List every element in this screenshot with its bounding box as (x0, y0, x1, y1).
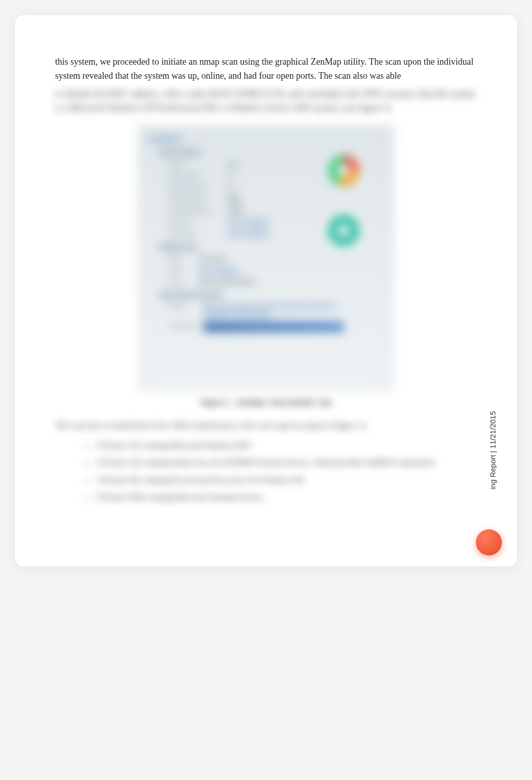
address-value: 10.1.0.10 (198, 255, 225, 262)
bullet-marker: a (85, 473, 89, 488)
os-row: Accuracy: (168, 322, 383, 332)
bullet-text: TCP port 3306, running Microsoft Termina… (97, 490, 263, 505)
status-row: Filtered ports:0 (168, 183, 383, 191)
bullet-text: TCP port 445, running the microsoft-ds s… (97, 473, 304, 488)
body-paragraph-blurred: to identify the MAC address, with a valu… (55, 87, 477, 115)
status-value: 996 (228, 195, 239, 203)
address-row: MAC:00:0C:29:88:C6:33 (168, 278, 383, 285)
status-label: Scanned ports: (168, 207, 228, 214)
bullet-list: aTCP port 135, running Microsoft Windows… (85, 438, 477, 505)
bullet-text: TCP port 139, running netbios-ssn, the N… (97, 455, 434, 470)
address-value: Not available (198, 266, 238, 274)
address-label: MAC: (168, 278, 198, 285)
status-label: Up time: (168, 218, 228, 226)
status-value: up (228, 160, 236, 168)
status-value: 1000 (228, 207, 243, 214)
status-label: Last boot: (168, 230, 228, 237)
status-value: Not available (228, 230, 269, 237)
status-label: Closed ports: (168, 195, 228, 203)
list-item: aTCP port 3306, running Microsoft Termin… (85, 490, 477, 505)
status-label: Filtered ports: (168, 183, 228, 191)
bullet-marker: a (85, 490, 89, 505)
status-row: Scanned ports:1000 (168, 207, 383, 214)
address-label: IPv6: (168, 266, 198, 274)
os-accuracy-label: Accuracy: (168, 322, 203, 332)
status-row: Closed ports:996 (168, 195, 383, 203)
summary-line: The scan also revealed that of the 1000 … (55, 419, 477, 432)
os-title: Operating System (159, 290, 383, 299)
address-label: IPv4: (168, 255, 198, 262)
bullet-marker: a (85, 438, 89, 453)
figure-caption: Figure 1 - ZenMap "Host Details" tab (55, 398, 477, 407)
uptime-donut-icon (329, 216, 359, 246)
os-accuracy-bar (203, 322, 344, 332)
address-row: IPv4:10.1.0.10 (168, 255, 383, 262)
os-row: Name:Microsoft Windows XP Professional S… (168, 303, 383, 318)
status-value: 4 (228, 172, 232, 179)
status-value: 0 (228, 183, 232, 191)
bullet-marker: a (85, 455, 89, 470)
status-label: State: (168, 160, 228, 168)
host-status-title: Host Status (159, 148, 383, 156)
list-item: aTCP port 445, running the microsoft-ds … (85, 473, 477, 488)
address-row: IPv6:Not available (168, 266, 383, 274)
list-item: aTCP port 135, running Microsoft Windows… (85, 438, 477, 453)
status-label: Open ports: (168, 172, 228, 179)
document-page: this system, we proceeded to initiate an… (15, 15, 517, 566)
os-name-label: Name: (168, 303, 203, 318)
address-value: 00:0C:29:88:C6:33 (198, 278, 255, 285)
list-item: aTCP port 139, running netbios-ssn, the … (85, 455, 477, 470)
bullet-text: TCP port 135, running Microsoft Windows … (97, 438, 252, 453)
zenmap-screenshot: localhost Host Status State:up Open port… (138, 125, 394, 391)
chat-fab-button[interactable] (476, 529, 502, 555)
side-report-label: ing Report | 11/21/2015 (488, 411, 497, 490)
status-value: Not available (228, 218, 269, 226)
os-name-value: Microsoft Windows XP Professional SP2 or… (203, 303, 354, 318)
body-paragraph-visible: this system, we proceeded to initiate an… (55, 55, 477, 83)
port-status-donut-icon (329, 155, 359, 185)
scan-top-label: localhost (149, 134, 383, 143)
